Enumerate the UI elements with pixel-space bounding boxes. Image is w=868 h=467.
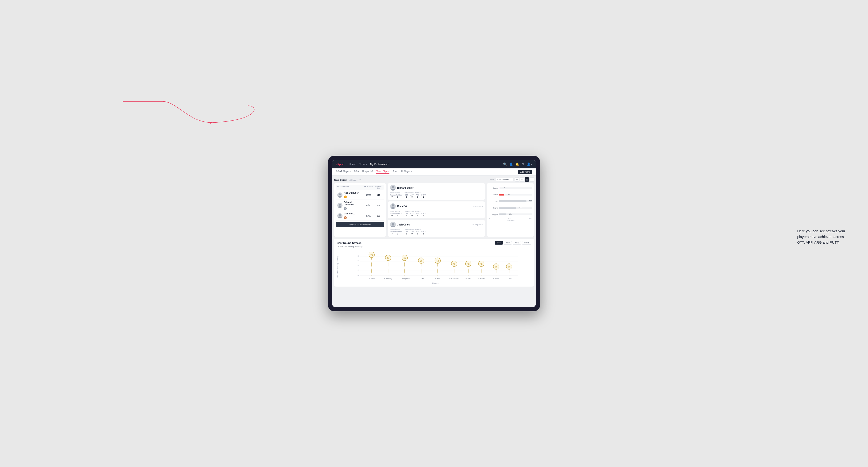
- bar-val-dbogeys: 131: [509, 213, 512, 215]
- nav-home[interactable]: Home: [349, 163, 356, 165]
- filter-ott[interactable]: OTT: [495, 241, 503, 245]
- tab-all-players[interactable]: All Players: [401, 170, 412, 174]
- svg-text:6: 6: [358, 260, 359, 262]
- search-icon[interactable]: 🔍: [503, 162, 507, 166]
- tablet-screen: clippd Home Teams My Performance 🔍 👤 🔔 ⚙…: [332, 160, 536, 307]
- bar-track-birdies: 96: [499, 194, 532, 195]
- nav-my-performance[interactable]: My Performance: [370, 163, 389, 165]
- user-menu-icon[interactable]: 👤▾: [527, 162, 532, 166]
- export-btn[interactable]: ↓: [530, 177, 534, 182]
- bar-chart-panel: Eagles 3 Birdies: [487, 183, 534, 237]
- tab-team-clippd[interactable]: Team Clippd: [376, 170, 390, 174]
- svg-text:4x: 4x: [453, 263, 455, 265]
- nav-bar: clippd Home Teams My Performance 🔍 👤 🔔 ⚙…: [332, 160, 536, 168]
- svg-text:4: 4: [358, 264, 359, 267]
- th-pb-avg: PB AVG SQ: [374, 186, 382, 189]
- grid-view-btn[interactable]: ⊞: [515, 177, 519, 182]
- list-view-btn[interactable]: ≡: [520, 177, 524, 182]
- streaks-title: Best Round Streaks: [337, 242, 362, 244]
- table-row[interactable]: Richard Butler 1 19/20 110: [336, 191, 384, 200]
- stats-row-britt: Total Rounds Tournament Practice 8 4: [390, 210, 483, 217]
- x-label-0: 0: [489, 217, 490, 219]
- top-row: Team Clippd 14 Players ✏ Show Last 3 mon…: [334, 177, 534, 182]
- svg-text:R. Britt: R. Britt: [435, 278, 440, 279]
- svg-point-9: [391, 207, 395, 209]
- svg-text:E. Ebert: E. Ebert: [369, 278, 375, 279]
- player-name-cameron: Cameron...: [344, 213, 363, 215]
- bell-icon[interactable]: 🔔: [516, 162, 519, 166]
- bar-track-eagles: 3: [499, 187, 532, 189]
- bar-label-dbogeys: D.Bogeys+: [489, 214, 498, 215]
- player-card-header-butler: Richard Butler: [390, 185, 483, 191]
- leaderboard-panel: PLAYER NAME PB SCORE PB AVG SQ Richard B…: [334, 183, 386, 237]
- profile-icon[interactable]: 👤: [509, 162, 513, 166]
- nav-links: Home Teams My Performance: [349, 163, 503, 165]
- player-card-avatar-britt: [390, 203, 396, 209]
- player-card-butler: Richard Butler Total Rounds Tournament P…: [388, 183, 485, 200]
- tab-pgat[interactable]: PGAT Players: [336, 170, 350, 174]
- bar-row-dbogeys: D.Bogeys+ 131: [489, 212, 532, 217]
- edit-icon[interactable]: ✏: [360, 179, 361, 181]
- table-header: PLAYER NAME PB SCORE PB AVG SQ: [336, 185, 384, 190]
- svg-point-2: [339, 204, 341, 206]
- filter-app[interactable]: APP: [504, 241, 512, 245]
- player-name-crossman: Edward Crossman: [344, 201, 363, 206]
- svg-point-1: [338, 196, 342, 198]
- svg-text:J. Coles: J. Coles: [418, 278, 424, 279]
- player-score-crossman: 18/20: [363, 204, 374, 207]
- streaks-header: Best Round Streaks OTT APP ARG PUTT: [337, 241, 531, 245]
- stat-practice-coles: Total Practice Activities OTT APP ARG PU…: [404, 229, 425, 235]
- player-name-butler: Richard Butler: [344, 192, 363, 194]
- streak-chart-svg: 0 2 4 6 8: [339, 250, 531, 280]
- player-card-britt: Rees Britt 02 Sep 2023 Total Rounds Tour…: [388, 201, 485, 218]
- bar-track-bogeys: 311: [499, 207, 532, 209]
- tab-pga[interactable]: PGA: [354, 170, 359, 174]
- streaks-subtitle-label: Off The Tee: [337, 246, 346, 248]
- streaks-subtitle-detail: Fairway Accuracy: [348, 246, 363, 248]
- svg-text:3x: 3x: [495, 266, 497, 268]
- svg-text:D. Billingham: D. Billingham: [400, 278, 409, 280]
- player-info-crossman: Edward Crossman 2: [344, 201, 363, 210]
- detail-view-btn[interactable]: ▤: [525, 177, 529, 182]
- bar-fill-eagles: 3: [499, 187, 499, 189]
- svg-point-6: [392, 186, 394, 188]
- players-label: Players: [339, 282, 531, 284]
- nav-teams[interactable]: Teams: [359, 163, 367, 165]
- add-team-button[interactable]: Add Team: [518, 170, 532, 174]
- streaks-subtitle: Off The Tee, Fairway Accuracy: [337, 246, 531, 248]
- table-row[interactable]: Edward Crossman 2 18/20 107: [336, 200, 384, 211]
- svg-text:4x: 4x: [480, 263, 483, 265]
- stat-total-rounds-coles: Total Rounds Tournament Practice 7 2: [390, 229, 400, 235]
- svg-text:4x: 4x: [467, 263, 469, 265]
- table-row[interactable]: Cameron... 3 17/20 103: [336, 211, 384, 220]
- filter-putt[interactable]: PUTT: [522, 241, 531, 245]
- bar-track-dbogeys: 131: [499, 214, 532, 215]
- y-axis-label: Best Streak, Fairway Accuracy: [337, 250, 338, 284]
- view-leaderboard-button[interactable]: View Full Leaderboard: [336, 222, 384, 227]
- streaks-filters: OTT APP ARG PUTT: [495, 241, 531, 245]
- filter-arg[interactable]: ARG: [513, 241, 521, 245]
- period-select[interactable]: Last 3 months: [496, 178, 514, 181]
- players-panel: Richard Butler Total Rounds Tournament P…: [388, 183, 485, 237]
- svg-point-5: [338, 217, 342, 218]
- svg-point-0: [339, 193, 341, 195]
- settings-icon[interactable]: ⚙: [522, 162, 524, 166]
- bar-row-eagles: Eagles 3: [489, 186, 532, 190]
- tab-tour[interactable]: Tour: [393, 170, 397, 174]
- svg-text:5x: 5x: [420, 260, 422, 262]
- bar-val-bogeys: 311: [519, 207, 522, 208]
- sub-nav-tabs: PGAT Players PGA Hcaps 1-5 Team Clippd T…: [336, 170, 518, 174]
- player-info-butler: Richard Butler 1: [344, 192, 363, 198]
- svg-text:3x: 3x: [508, 266, 510, 268]
- svg-text:R. Butler: R. Butler: [493, 278, 500, 279]
- bar-fill-dbogeys: 131: [499, 214, 506, 215]
- svg-point-3: [338, 206, 342, 208]
- bar-label-eagles: Eagles: [489, 187, 498, 189]
- bar-row-bogeys: Bogeys 311: [489, 206, 532, 210]
- avatar-cameron: [337, 213, 342, 218]
- avatar-crossman: [337, 203, 342, 208]
- player-card-header-coles: Josh Coles 26 Aug 2023: [390, 222, 483, 227]
- bar-row-birdies: Birdies 96: [489, 192, 532, 197]
- th-pb-score: PB SCORE: [363, 186, 374, 189]
- tab-hcaps[interactable]: Hcaps 1-5: [362, 170, 373, 174]
